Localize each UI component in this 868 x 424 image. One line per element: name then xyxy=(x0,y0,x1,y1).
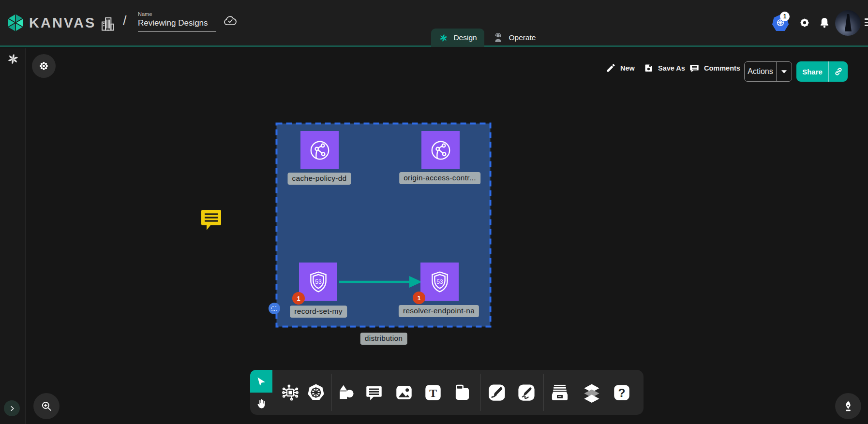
node-label-record-set[interactable]: record-set-my xyxy=(290,306,347,318)
actions-dropdown-caret[interactable] xyxy=(776,62,792,81)
design-name-input[interactable] xyxy=(138,18,216,32)
actions-split-button[interactable]: Actions xyxy=(744,61,792,82)
shapes-icon xyxy=(336,382,356,403)
tab-design-label: Design xyxy=(453,33,477,42)
comment-bubble-icon xyxy=(689,63,700,73)
save-as-button-label: Save As xyxy=(658,64,685,72)
flower-icon xyxy=(38,60,49,72)
settings-gear-icon[interactable] xyxy=(798,16,811,29)
tool-kubernetes[interactable] xyxy=(303,370,329,415)
copy-link-button[interactable] xyxy=(828,61,848,82)
route53-shield-icon: 53 xyxy=(306,269,331,294)
circuit-chip-icon xyxy=(280,382,300,403)
k8s-context-count-badge: 1 xyxy=(780,12,790,21)
comments-button[interactable]: Comments xyxy=(689,63,740,73)
edge-record-set-to-resolver[interactable] xyxy=(338,274,423,290)
kubernetes-helm-icon xyxy=(306,382,326,403)
magnifier-plus-icon xyxy=(40,400,53,412)
svg-text:53: 53 xyxy=(436,278,443,285)
tab-design[interactable]: Design xyxy=(431,29,484,47)
caret-down-icon xyxy=(781,70,787,74)
pen-nib-icon xyxy=(842,400,854,412)
breadcrumb-separator: / xyxy=(123,14,127,29)
kanvas-app: KANVAS / Name xyxy=(0,0,868,424)
image-icon xyxy=(394,382,414,403)
share-button-label[interactable]: Share xyxy=(796,61,828,82)
svg-text:T: T xyxy=(429,386,437,399)
node-label-cache-policy[interactable]: cache-policy-dd xyxy=(287,173,351,185)
zoom-in-button[interactable] xyxy=(33,393,60,419)
name-field-label: Name xyxy=(138,11,216,17)
save-as-button[interactable]: Save As xyxy=(644,63,685,73)
design-pinwheel-icon xyxy=(438,33,449,43)
tool-shapes[interactable] xyxy=(333,370,359,415)
save-floppy-icon xyxy=(644,63,654,73)
comment-pin-icon xyxy=(200,208,223,231)
pencil-icon xyxy=(606,63,616,73)
new-button[interactable]: New xyxy=(606,63,635,73)
record-set-alert-badge: 1 xyxy=(292,292,305,305)
svg-text:53: 53 xyxy=(315,278,322,285)
tab-operate[interactable]: Operate xyxy=(484,29,544,47)
tool-drawer[interactable] xyxy=(547,370,572,415)
kanvas-hexagon-icon xyxy=(6,13,25,32)
group-label-distribution[interactable]: distribution xyxy=(360,333,407,345)
tool-comment[interactable] xyxy=(361,370,387,415)
node-record-set[interactable]: 53 xyxy=(299,263,337,301)
bottom-toolbar: T xyxy=(250,370,644,415)
edge-pen-icon xyxy=(487,382,507,403)
node-cache-policy[interactable] xyxy=(300,131,339,169)
tab-operate-label: Operate xyxy=(509,33,536,42)
tool-note[interactable] xyxy=(449,370,475,415)
tool-image[interactable] xyxy=(391,370,417,415)
dashed-rect-icon xyxy=(271,307,277,311)
tool-freehand-pen[interactable] xyxy=(514,370,539,415)
header: KANVAS / Name xyxy=(0,0,868,47)
comments-button-label: Comments xyxy=(704,64,740,72)
tool-pan-hand[interactable] xyxy=(250,393,272,415)
actions-button-label[interactable]: Actions xyxy=(745,62,776,81)
cloudfront-globe-icon xyxy=(428,138,453,163)
canvas-comment-pin[interactable] xyxy=(200,208,223,231)
tool-component[interactable] xyxy=(278,370,303,415)
share-split-button[interactable]: Share xyxy=(796,61,848,82)
cloud-saved-icon xyxy=(223,15,238,27)
link-icon xyxy=(834,67,843,76)
meshery-pinwheel-icon[interactable] xyxy=(6,52,20,66)
tool-layers[interactable] xyxy=(579,370,604,415)
user-avatar[interactable] xyxy=(835,10,861,36)
layers-icon xyxy=(581,382,602,403)
tool-text[interactable]: T xyxy=(420,370,446,415)
tool-help[interactable]: ? xyxy=(609,370,634,415)
toolbar-divider xyxy=(543,374,544,411)
cloudfront-globe-icon xyxy=(307,138,332,163)
left-sidebar xyxy=(0,48,26,424)
tool-edge-pen[interactable] xyxy=(484,370,509,415)
resolver-endpoint-alert-badge: 1 xyxy=(413,292,425,304)
design-name-field: Name xyxy=(138,11,216,32)
organization-building-icon[interactable] xyxy=(100,15,116,32)
menu-hamburger-icon[interactable] xyxy=(865,18,868,28)
sidebar-expand-button[interactable] xyxy=(4,400,20,416)
chevron-right-icon xyxy=(9,405,15,412)
svg-text:?: ? xyxy=(618,386,626,399)
node-label-resolver-endpoint[interactable]: resolver-endpoint-na xyxy=(399,305,479,317)
node-resolver-endpoint[interactable]: 53 xyxy=(420,263,459,301)
app-logo[interactable]: KANVAS xyxy=(6,13,96,32)
text-tool-icon: T xyxy=(423,382,443,403)
cursor-arrow-icon xyxy=(255,376,267,387)
canvas-actions-flower-button[interactable] xyxy=(32,54,56,78)
note-icon xyxy=(452,382,472,403)
tool-select-cursor[interactable] xyxy=(250,370,272,393)
group-drag-handle[interactable] xyxy=(269,303,280,314)
toolbar-divider xyxy=(480,374,481,411)
comment-tool-icon xyxy=(364,382,384,403)
node-origin-access-control[interactable] xyxy=(421,131,460,169)
pen-mode-button[interactable] xyxy=(835,393,861,419)
route53-shield-icon: 53 xyxy=(427,269,452,294)
notifications-bell-icon[interactable] xyxy=(818,16,831,29)
toolbar-divider xyxy=(331,374,332,411)
hand-icon xyxy=(255,398,267,409)
freehand-pen-icon xyxy=(516,382,537,403)
node-label-origin-access-control[interactable]: origin-access-contr... xyxy=(399,172,480,184)
